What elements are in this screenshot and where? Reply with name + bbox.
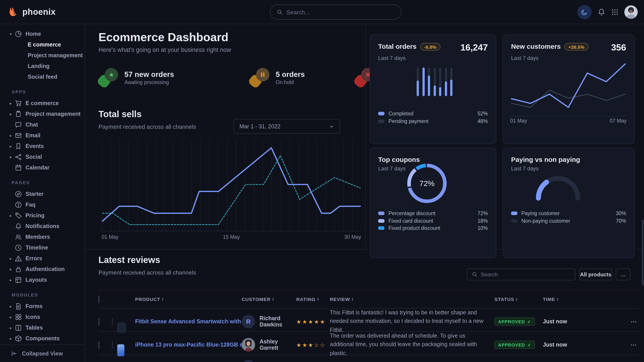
x-axis-label: 01 May [510, 118, 527, 123]
row-checkbox[interactable] [98, 341, 99, 349]
sort-icon: ▴▾ [352, 297, 353, 301]
stat-value: 57 new orders [124, 70, 174, 78]
navbar-search[interactable] [270, 4, 402, 20]
sidebar-item-tables[interactable]: ▸Tables [0, 323, 84, 333]
legend-value: 72% [478, 211, 488, 216]
customer-name: Ashley Garrett [260, 339, 296, 351]
column-header-rating[interactable]: RATING▴▾ [296, 297, 330, 302]
product-thumbnail-watch[interactable] [112, 318, 113, 325]
sidebar-item-label: E commerce [26, 100, 59, 106]
sidebar-item-chat[interactable]: Chat [0, 119, 84, 130]
customer-avatar: R [242, 315, 255, 328]
row-checkbox-cell [98, 318, 112, 325]
chat-icon [15, 121, 22, 128]
sidebar-item-label: Pricing [26, 212, 44, 219]
user-avatar[interactable] [624, 5, 638, 19]
sidebar-item-project-management[interactable]: ▸Project management [0, 109, 84, 119]
search-input[interactable] [286, 9, 395, 15]
legend-value: 48% [478, 118, 488, 124]
avatar-photo [242, 338, 255, 352]
legend-value: 70% [616, 218, 626, 224]
sidebar-item-starter[interactable]: Starter [0, 189, 84, 199]
status-cell: APPROVED ✓ [494, 341, 543, 349]
sidebar-item-authentication[interactable]: ▸Authentication [0, 264, 84, 275]
bar [434, 67, 436, 96]
select-all-checkbox[interactable] [98, 295, 99, 303]
product-link[interactable]: iPhone 13 pro max-Pacific Blue-128GB sto… [135, 342, 242, 348]
sidebar-item-calendar[interactable]: Calendar [0, 162, 84, 173]
reviews-search[interactable] [467, 268, 576, 280]
column-header-customer[interactable]: CUSTOMER▴▾ [242, 297, 296, 302]
date-range-select[interactable]: Mar 1 - 31, 2022 [234, 119, 340, 134]
caret-icon: ▸ [10, 337, 15, 341]
collapsed-view-toggle[interactable]: Collapsed View [0, 344, 84, 362]
sidebar-item-pricing[interactable]: ▸Pricing [0, 210, 84, 221]
row-checkbox-cell [98, 342, 112, 348]
apps-grid-button[interactable] [611, 8, 618, 16]
sidebar-item-notifications[interactable]: Notifications [0, 221, 84, 232]
notifications-button[interactable] [598, 8, 606, 16]
column-header-time[interactable]: TIME▴▾ [543, 297, 593, 302]
caret-icon: ▸ [10, 267, 15, 271]
column-header-review[interactable]: REVIEW▴▾ [330, 297, 494, 302]
legend-item: Fixed card discount18% [378, 217, 488, 225]
status-badge: APPROVED ✓ [494, 318, 535, 326]
sidebar-item-home[interactable]: ▾Home [0, 29, 84, 39]
sidebar-item-timeline[interactable]: Timeline [0, 242, 84, 253]
sidebar-item-faq[interactable]: Faq [0, 199, 84, 210]
paying-legend: Paying customer30%Non-paying customer70% [511, 210, 626, 225]
sidebar-item-label: Project management [26, 111, 80, 117]
caret-icon: ▸ [10, 315, 15, 319]
column-header-status[interactable]: STATUS▴▾ [494, 297, 543, 302]
sidebar-item-landing[interactable]: Landing [0, 61, 84, 71]
brand[interactable]: phoenix [0, 6, 56, 18]
sidebar-item-layouts[interactable]: ▸Layouts [0, 275, 84, 285]
row-menu-button[interactable]: ⋯ [593, 318, 640, 325]
legend-label: Fixed card discount [388, 218, 433, 224]
caret-icon: ▸ [10, 214, 15, 218]
sidebar-item-e-commerce[interactable]: ▸E commerce [0, 98, 84, 109]
row-checkbox[interactable] [98, 318, 99, 325]
sidebar-item-forms[interactable]: ▸Forms [0, 301, 84, 312]
sidebar-item-e-commerce[interactable]: E commerce [0, 39, 84, 50]
grid9-icon [611, 8, 618, 16]
sidebar-item-email[interactable]: ▸Email [0, 130, 84, 141]
more-options-button[interactable]: ... [616, 268, 630, 280]
theme-toggle-button[interactable] [577, 5, 592, 19]
latest-reviews-subtitle: Payment received across all channels [98, 269, 196, 276]
all-products-button[interactable]: All products [579, 268, 612, 280]
sidebar-item-events[interactable]: ▸Events [0, 141, 84, 152]
x-axis-label: 30 May [344, 234, 361, 240]
sidebar-item-label: Icons [26, 314, 40, 320]
row-menu-button[interactable]: ⋯ [593, 341, 640, 348]
bookmark-icon [15, 143, 22, 150]
stat-circle: ★ [105, 68, 118, 81]
column-header-product[interactable]: PRODUCT▴▾ [135, 297, 242, 302]
card-title: Paying vs non paying [511, 156, 580, 163]
sidebar-item-members[interactable]: Members [0, 232, 84, 242]
sidebar-item-errors[interactable]: ▸Errors [0, 253, 84, 264]
layout-icon [15, 276, 22, 284]
sort-icon: ▴▾ [557, 297, 558, 301]
sidebar-item-components[interactable]: ▸Components [0, 333, 84, 344]
legend-item: Paying customer30% [511, 210, 626, 217]
review-text: This Fitbit is fantastic! I was trying t… [330, 309, 494, 335]
scrollbar-thumb[interactable] [642, 220, 644, 285]
bar [450, 67, 452, 96]
trend-badge: -6.8% [420, 43, 440, 50]
x-axis-label: 15 May [223, 234, 240, 240]
total-orders-bar-chart [417, 67, 452, 96]
product-thumbnail-phone[interactable] [112, 341, 113, 349]
bar [428, 67, 430, 96]
sidebar-item-social-feed[interactable]: Social feed [0, 71, 84, 82]
product-link[interactable]: Fitbit Sense Advanced Smartwatch with To… [135, 318, 242, 325]
sidebar-item-icons[interactable]: ▸Icons [0, 312, 84, 323]
card-top-coupons: Top coupons Last 7 days 72% Percentage d… [370, 148, 496, 258]
card-total-orders: Total orders -6.8% 16,247 Last 7 days Co… [370, 34, 496, 144]
reviews-search-input[interactable] [481, 271, 570, 278]
sidebar-item-social[interactable]: ▸Social [0, 152, 84, 162]
grid-icon [15, 314, 22, 321]
sidebar-item-label: Social feed [28, 74, 57, 80]
card-title: Total orders [378, 42, 416, 50]
sidebar-item-project-management[interactable]: Project management [0, 50, 84, 61]
